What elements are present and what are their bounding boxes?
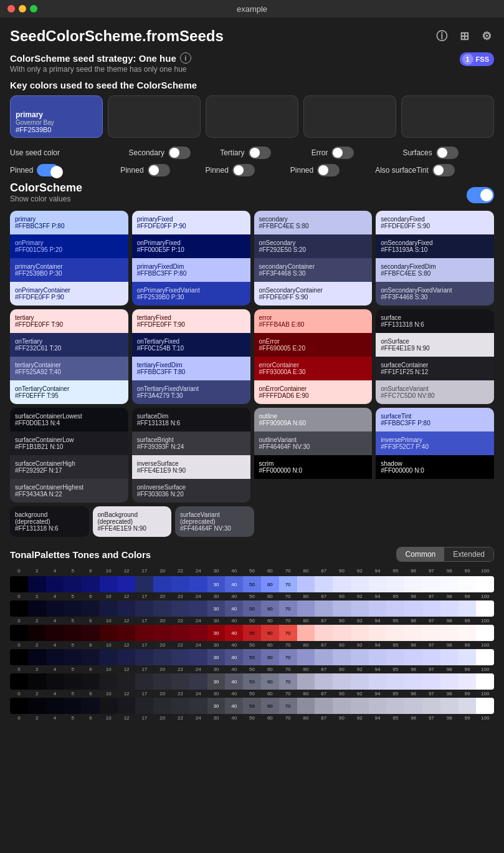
- color-name: shadow: [381, 460, 489, 467]
- tone-num-cell: 6: [82, 691, 100, 696]
- minimize-button[interactable]: [19, 5, 26, 12]
- tonal-swatch: [10, 673, 28, 690]
- tone-num-cell: 97: [422, 618, 440, 624]
- tone-num-cell: 2: [28, 667, 46, 672]
- maximize-button[interactable]: [30, 5, 37, 12]
- onTertiary-block: onTertiary #FF232C61 T:20: [10, 333, 128, 357]
- seed-card-2[interactable]: [108, 95, 201, 138]
- info-icon[interactable]: ⓘ: [434, 29, 449, 44]
- tonal-swatch: 60: [261, 576, 279, 592]
- pinned-3-toggle[interactable]: [232, 164, 255, 176]
- surfaceDim-block: surfaceDim #FF131318 N:6: [132, 408, 250, 431]
- tone-num-cell: 12: [118, 715, 136, 721]
- tone-num-cell: 98: [440, 594, 459, 599]
- onError-block: onError #FF690005 E:20: [254, 333, 373, 357]
- tonal-swatch: [297, 576, 315, 592]
- tone-num-cell: 96: [404, 715, 422, 721]
- seed-card-5[interactable]: [401, 95, 494, 138]
- tonal-swatch: 60: [261, 698, 279, 714]
- tonal-swatch: [28, 698, 46, 714]
- color-card-primaryFixed: primaryFixed #FFDFE0FF P:90 onPrimaryFix…: [132, 211, 250, 306]
- seed-section-title: Key colors used to seed the ColorScheme: [10, 80, 494, 90]
- tone-num-cell: 97: [422, 667, 440, 672]
- surfaces-toggle[interactable]: [436, 147, 459, 159]
- surfaceContainerHighest-block: surfaceContainerHighest #FF34343A N:22: [10, 479, 128, 503]
- onSecondary-block: onSecondary #FF292E50 S:20: [254, 234, 373, 258]
- tonal-swatch: [369, 673, 387, 690]
- tonal-swatch: [297, 600, 315, 617]
- pinned-main-group: Pinned: [10, 164, 120, 176]
- tertiary-toggle[interactable]: [249, 147, 271, 159]
- tonal-header: TonalPalettes Tones and Colors Common Ex…: [10, 547, 494, 562]
- color-name: onTertiary: [15, 338, 123, 345]
- show-values-toggle[interactable]: .toggle.on::after{left:22px;width:20px;h…: [467, 187, 494, 203]
- color-hex: #FF1B1B21 N:10: [15, 443, 123, 450]
- pinned-main-toggle[interactable]: [37, 164, 59, 176]
- gear-icon[interactable]: ⚙: [479, 29, 494, 44]
- secondary-toggle[interactable]: [168, 147, 191, 159]
- tone-num-cell: 20: [153, 715, 171, 721]
- tonal-swatch: [118, 698, 136, 714]
- onSurfaceVariant-block: onSurfaceVariant #FFC7C5D0 NV:80: [376, 380, 494, 404]
- tone-num-cell: 87: [315, 642, 333, 648]
- tone-num-cell: 4: [46, 691, 64, 696]
- color-hex: #FFDFE0FF P:90: [15, 294, 123, 301]
- tonal-tones-header: 0245610121720222430405060708087909294959…: [10, 567, 494, 575]
- tone-header-cell: 98: [440, 567, 459, 575]
- tone-num-cell: 5: [64, 618, 82, 624]
- seed-card-3[interactable]: [206, 95, 298, 138]
- tonal-tab-common[interactable]: Common: [397, 547, 445, 561]
- tonal-swatch: [28, 625, 46, 641]
- onInverseSurface-block: onInverseSurface #FF303036 N:20: [132, 479, 250, 503]
- seed-card-primary[interactable]: primary Governor Bay #FF2539B0: [10, 95, 103, 138]
- tone-num-cell: 70: [279, 691, 297, 696]
- tonal-swatch: [135, 600, 153, 617]
- scrim-block: scrim #FF000000 N:0: [254, 455, 373, 479]
- errorContainer-block: errorContainer #FF93000A E:30: [254, 357, 373, 380]
- tonal-swatch: [64, 673, 82, 690]
- tone-num-cell: 22: [171, 594, 189, 599]
- on-primary-container-block: onPrimaryContainer #FFDFE0FF P:90: [10, 282, 128, 306]
- tone-num-cell: 6: [82, 667, 100, 672]
- tonal-swatch: [100, 698, 118, 714]
- onSecondaryContainer-block: onSecondaryContainer #FFDFE0FF S:90: [254, 282, 373, 306]
- tone-num-cell: 50: [243, 594, 261, 599]
- tone-num-cell: 87: [315, 594, 333, 599]
- show-values-label: Show color values: [10, 195, 82, 203]
- color-card-error: error #FFFB4AB E:80 onError #FF690005 E:…: [254, 309, 373, 404]
- tonal-swatch: [118, 576, 136, 592]
- tonal-row-3: 3040506070: [10, 649, 494, 665]
- tonal-num-row-0: 0245610121720222430405060708087909294959…: [10, 594, 494, 599]
- tonal-swatch: [440, 576, 459, 592]
- tonal-swatch: [459, 698, 477, 714]
- tonal-swatch: [171, 649, 189, 665]
- pinned-2-toggle[interactable]: [148, 164, 170, 176]
- primaryFixedDim-block: primaryFixedDim #FFBBC3FF P:80: [132, 258, 250, 282]
- tonal-swatch: [404, 600, 422, 617]
- pinned-3-group: Pinned: [206, 164, 290, 176]
- tonal-swatch: [459, 649, 477, 665]
- tonal-swatch: [315, 673, 333, 690]
- tone-num-cell: 12: [118, 667, 136, 672]
- color-name: onPrimaryFixedVariant: [137, 287, 245, 294]
- seed-card-4[interactable]: [303, 95, 396, 138]
- tone-num-cell: 10: [100, 667, 118, 672]
- color-hex: #FFBBC3FF P:80: [15, 223, 123, 229]
- error-label: Error: [311, 148, 328, 157]
- secondary-toggle-group: Secondary: [129, 147, 221, 159]
- tone-num-cell: 100: [476, 667, 494, 672]
- tonal-tab-extended[interactable]: Extended: [444, 547, 493, 561]
- tone-num-cell: 50: [243, 715, 261, 721]
- error-toggle[interactable]: [331, 147, 354, 159]
- strategy-info-icon[interactable]: i: [180, 52, 191, 64]
- tone-num-cell: 94: [369, 642, 387, 648]
- tonal-num-row-1: 0245610121720222430405060708087909294959…: [10, 618, 494, 624]
- tone-num-cell: 30: [207, 691, 226, 696]
- surface-tint-toggle[interactable]: [432, 164, 455, 176]
- tone-num-cell: 94: [369, 715, 387, 721]
- close-button[interactable]: [7, 5, 15, 12]
- layers-icon[interactable]: ⊞: [457, 29, 472, 44]
- color-row-2: tertiary #FFDFE0FF T:90 onTertiary #FF23…: [10, 309, 494, 404]
- pinned-4-toggle[interactable]: [317, 164, 340, 176]
- tonal-swatch: [422, 649, 440, 665]
